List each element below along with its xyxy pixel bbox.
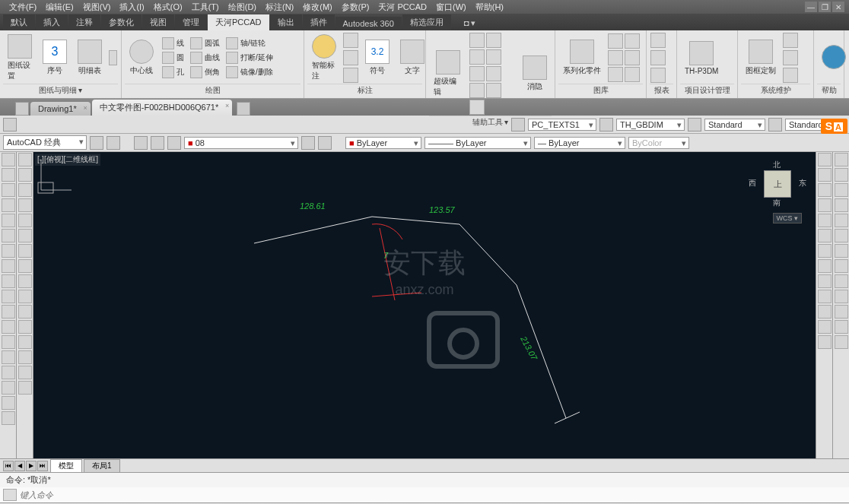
workspace-settings-icon[interactable] [90,136,103,150]
super-edit-button[interactable]: 超级编辑 [429,49,467,99]
pccad-tool-icon[interactable] [835,305,848,319]
modify-copy-icon[interactable] [18,168,32,182]
dim-tool-2-icon[interactable] [343,50,358,65]
serial-parts-button[interactable]: 系列化零件 [558,38,606,78]
modify-move-icon[interactable] [18,229,32,242]
layer-tool1-icon[interactable] [134,136,148,150]
menu-edit[interactable]: 编辑(E) [41,2,78,13]
color-dropdown[interactable]: ■ ByLayer [345,137,421,149]
ribbon-tab-output[interactable]: 输出 [270,14,302,30]
menu-parametric[interactable]: 参数(P) [337,2,374,13]
menu-help[interactable]: 帮助(H) [471,2,508,13]
window-minimize-button[interactable]: — [805,2,817,12]
layer-tool3-icon[interactable] [167,136,181,150]
props-handle-icon[interactable] [3,118,17,132]
wcs-label[interactable]: WCS ▾ [773,213,803,223]
dim-tool-3-icon[interactable] [343,68,358,83]
draw-spline-icon[interactable] [2,244,15,258]
p3dm-button[interactable]: TH-P3DM [680,40,723,77]
window-restore-button[interactable]: ❐ [819,2,831,12]
textstyle-icon[interactable] [511,118,525,132]
shaft-button[interactable]: 轴/链轮 [224,36,275,50]
viewcube[interactable]: 北 南 西 东 上 [755,161,800,207]
pccad-tool-icon[interactable] [835,244,848,258]
pccad-tool-icon[interactable] [835,183,848,197]
draw-line-icon[interactable] [2,153,15,166]
aux-tool-icon[interactable] [486,66,501,81]
ribbon-tab-insert[interactable]: 插入 [36,14,68,30]
modify-break-icon[interactable] [18,320,32,334]
circle-button[interactable]: 圆 [160,51,186,65]
drawing-canvas[interactable]: [-][俯视][二维线框] 128.61 123.57 213.07 7 安下载… [33,152,816,458]
menu-window[interactable]: 窗口(W) [431,2,471,13]
navbar-icon[interactable] [818,320,832,334]
hide-button[interactable]: 消隐 [518,54,552,94]
menu-view[interactable]: 视图(V) [78,2,116,13]
doc-tab-handle-icon[interactable] [15,102,29,116]
draw-xline-icon[interactable] [2,381,15,395]
dimstyle-dropdown[interactable]: TH_GBDIM [616,119,685,131]
aux-tool-icon[interactable] [469,33,485,48]
menu-insert[interactable]: 插入(I) [115,2,148,13]
tablestyle-icon[interactable] [688,118,701,132]
viewcube-top[interactable]: 上 [764,170,791,198]
draw-rect-icon[interactable] [2,214,15,227]
ribbon-tab-a360[interactable]: Autodesk 360 [335,17,402,30]
lib-tool-icon[interactable] [625,33,640,49]
menu-dimension[interactable]: 标注(N) [261,2,298,13]
command-prompt-icon[interactable] [3,489,17,501]
aux-tool-icon[interactable] [469,100,485,115]
aux-tool-icon[interactable] [469,66,485,81]
frame-custom-button[interactable]: 图框定制 [741,38,781,78]
navbar-icon[interactable] [818,198,832,212]
sys-tool-icon[interactable] [783,50,798,65]
modify-rotate-icon[interactable] [18,244,32,258]
menu-draw[interactable]: 绘图(D) [224,2,261,13]
sheet-setup-button[interactable]: 图纸设置 [3,33,37,83]
navbar-icon[interactable] [818,168,832,182]
draw-ellipse-icon[interactable] [2,229,15,242]
draw-text-icon[interactable] [2,305,15,319]
aux-tool-icon[interactable] [486,49,501,65]
lib-tool-icon[interactable] [625,50,640,65]
aux-tool-icon[interactable] [486,83,501,98]
centerline-button[interactable]: 中心线 [125,38,158,78]
mirror-delete-button[interactable]: 镜像/删除 [224,65,275,79]
modify-trim-icon[interactable] [18,290,32,303]
modify-chamfer-icon[interactable] [18,350,32,364]
workspace-tool-icon[interactable] [107,136,120,150]
ribbon-tab-manage[interactable]: 管理 [175,14,207,30]
ribbon-tab-plugins[interactable]: 插件 [303,14,335,30]
text-button[interactable]: 文字 [396,38,429,78]
mlstyle-icon[interactable] [768,118,782,132]
layer-manager-icon[interactable] [301,136,315,150]
pccad-tool-icon[interactable] [835,290,848,303]
lib-tool-icon[interactable] [625,67,640,82]
modify-scale-icon[interactable] [18,259,32,273]
ribbon-expand-icon[interactable]: ◘ ▾ [459,16,481,30]
pccad-tool-icon[interactable] [835,168,848,182]
navbar-icon[interactable] [818,229,832,242]
line-button[interactable]: 线 [160,36,186,50]
ribbon-tab-featured[interactable]: 精选应用 [402,14,451,30]
draw-table-icon[interactable] [2,335,15,349]
menu-format[interactable]: 格式(O) [149,2,187,13]
sys-tool-icon[interactable] [783,33,798,48]
draw-ray-icon[interactable] [2,366,15,379]
curve-button[interactable]: 曲线 [188,51,222,65]
navbar-icon[interactable] [818,244,832,258]
navbar-icon[interactable] [818,214,832,227]
pccad-tool-icon[interactable] [835,229,848,242]
navbar-icon[interactable] [818,290,832,303]
pccad-tool-icon[interactable] [835,320,848,334]
ribbon-tab-annotate[interactable]: 注释 [68,14,100,30]
dim-tool-1-icon[interactable] [343,33,358,48]
lineweight-dropdown[interactable]: — ByLayer [534,137,625,149]
draw-point-icon[interactable] [2,274,15,288]
modify-explode-icon[interactable] [18,381,32,395]
ribbon-tab-pccad[interactable]: 天河PCCAD [208,14,269,30]
pccad-tool-icon[interactable] [835,274,848,288]
lib-tool-icon[interactable] [608,67,623,82]
navbar-icon[interactable] [818,153,832,166]
workspace-dropdown[interactable]: AutoCAD 经典 [3,135,87,150]
